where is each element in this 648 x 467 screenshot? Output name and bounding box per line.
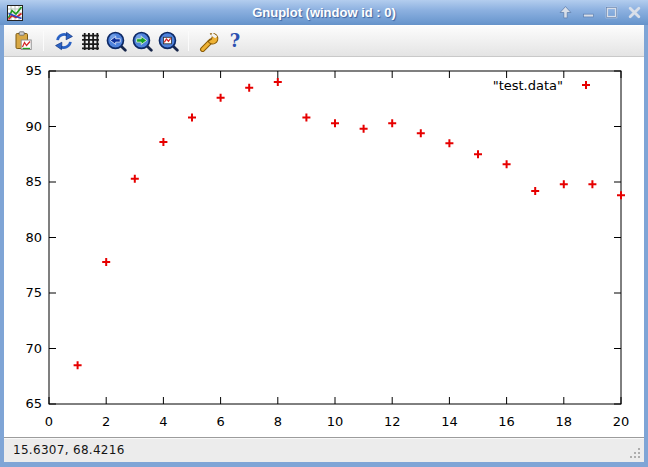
data-point (417, 129, 425, 137)
x-tick-label: 14 (441, 414, 458, 429)
data-point (331, 119, 339, 127)
toolbar-separator (43, 31, 44, 51)
options-button[interactable] (196, 28, 222, 54)
help-button[interactable]: ? (222, 28, 248, 54)
resize-grip[interactable] (629, 447, 641, 459)
data-point (302, 114, 310, 122)
maximize-button[interactable] (604, 6, 618, 20)
titlebar[interactable]: Gnuplot (window id : 0) (0, 0, 648, 25)
close-icon (628, 6, 641, 19)
gnuplot-window: Gnuplot (window id : 0) (0, 0, 648, 467)
data-point (360, 125, 368, 133)
y-tick-label: 75 (25, 285, 42, 300)
minimize-icon (582, 6, 595, 19)
data-point (388, 119, 396, 127)
svg-text:?: ? (230, 31, 240, 51)
x-tick-label: 6 (216, 414, 224, 429)
y-tick-label: 70 (25, 341, 42, 356)
shade-arrow-icon (559, 6, 572, 19)
x-tick-label: 0 (45, 414, 53, 429)
data-point (159, 138, 167, 146)
magnifier-back-arrow-icon (106, 31, 127, 52)
toolbar-separator (188, 31, 189, 51)
wrench-icon (199, 31, 220, 52)
question-mark-icon: ? (226, 31, 244, 51)
copy-to-clipboard-button[interactable] (10, 28, 36, 54)
x-tick-label: 20 (613, 414, 630, 429)
data-point (245, 84, 253, 92)
statusbar: 15.6307, 68.4216 (4, 437, 644, 462)
plot-canvas[interactable]: 0246810121416182065707580859095"test.dat… (4, 57, 644, 437)
replot-button[interactable] (51, 28, 77, 54)
clipboard-chart-icon (13, 31, 34, 52)
grid-icon (81, 32, 100, 51)
y-tick-label: 80 (25, 230, 42, 245)
unzoom-button[interactable] (155, 28, 181, 54)
x-tick-label: 18 (556, 414, 573, 429)
magnifier-forward-arrow-icon (132, 31, 153, 52)
data-point (74, 361, 82, 369)
legend-label: "test.data" (493, 78, 563, 93)
maximize-icon (605, 6, 618, 19)
x-tick-label: 12 (384, 414, 401, 429)
y-tick-label: 90 (25, 119, 42, 134)
window-title: Gnuplot (window id : 0) (0, 5, 648, 20)
x-tick-label: 16 (498, 414, 515, 429)
data-point (217, 94, 225, 102)
zoom-previous-button[interactable] (103, 28, 129, 54)
data-point (531, 187, 539, 195)
zoom-next-button[interactable] (129, 28, 155, 54)
y-tick-label: 95 (25, 63, 42, 78)
cursor-coordinates: 15.6307, 68.4216 (4, 443, 125, 457)
y-tick-label: 65 (25, 396, 42, 411)
x-tick-label: 4 (159, 414, 167, 429)
data-point (445, 139, 453, 147)
x-tick-label: 2 (102, 414, 110, 429)
toggle-grid-button[interactable] (77, 28, 103, 54)
refresh-icon (54, 31, 74, 51)
x-tick-label: 8 (274, 414, 282, 429)
close-button[interactable] (627, 6, 641, 20)
data-point (188, 114, 196, 122)
data-point (560, 180, 568, 188)
x-tick-label: 10 (327, 414, 344, 429)
gnuplot-window-icon[interactable] (7, 5, 23, 21)
toolbar: ? (4, 25, 644, 57)
data-point (131, 175, 139, 183)
data-point (617, 191, 625, 199)
data-point (102, 258, 110, 266)
magnifier-plot-icon (158, 31, 179, 52)
data-point (588, 180, 596, 188)
data-point (274, 78, 282, 86)
shade-button[interactable] (558, 6, 572, 20)
data-point (503, 160, 511, 168)
data-point (474, 150, 482, 158)
legend-marker (582, 81, 590, 89)
minimize-button[interactable] (581, 6, 595, 20)
y-tick-label: 85 (25, 174, 42, 189)
